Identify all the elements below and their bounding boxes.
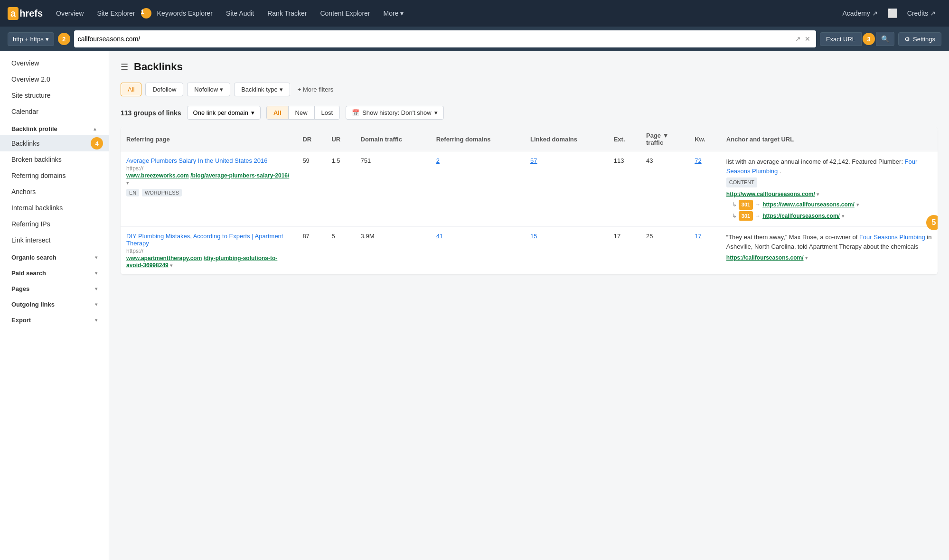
th-page-traffic[interactable]: Page ▼ traffic (640, 127, 689, 151)
row2-linked-domains-link[interactable]: 15 (530, 233, 537, 240)
row2-target-url-link[interactable]: https://callfourseasons.com/ (726, 254, 804, 261)
row2-kw-link[interactable]: 17 (695, 233, 701, 240)
nav-dashboard[interactable]: Overview (50, 6, 89, 21)
sidebar-section-pages[interactable]: Pages ▾ (0, 280, 109, 295)
sidebar-item-overview2[interactable]: Overview 2.0 (0, 71, 109, 87)
calendar-icon: 📅 (352, 109, 359, 116)
th-kw[interactable]: Kw. (689, 127, 721, 151)
th-domain-traffic[interactable]: Domain traffic (355, 127, 431, 151)
sidebar-item-anchors[interactable]: Anchors (0, 184, 109, 200)
filter-backlink-type-button[interactable]: Backlink type ▾ (234, 83, 290, 96)
sidebar-section-export[interactable]: Export ▾ (0, 311, 109, 327)
th-referring-page[interactable]: Referring page (121, 127, 297, 151)
nav-content-explorer[interactable]: Content Explorer (314, 6, 376, 21)
row2-domain-link[interactable]: www.apartmenttherapy.com (126, 255, 202, 261)
external-link-icon[interactable]: ↗ (793, 33, 803, 45)
row2-dropdown-icon[interactable]: ▾ (170, 262, 173, 268)
url-input[interactable] (78, 35, 793, 43)
clear-url-icon[interactable]: ✕ (803, 33, 812, 45)
row1-redirect1-code: 301 (739, 200, 753, 210)
th-dr[interactable]: DR (297, 127, 326, 151)
row1-target-dropdown-icon[interactable]: ▾ (817, 191, 819, 197)
row1-anchor-cell: list with an average annual income of 42… (721, 151, 938, 227)
export-chevron-icon: ▾ (95, 317, 97, 323)
row1-referring-page: Average Plumbers Salary In the United St… (121, 151, 297, 227)
th-ext[interactable]: Ext. (608, 127, 640, 151)
sidebar-section-outgoing-links[interactable]: Outgoing links ▾ (0, 295, 109, 311)
sidebar-item-site-structure[interactable]: Site structure (0, 87, 109, 103)
row1-redirect2-code: 301 (739, 211, 753, 221)
row1-kw: 72 (689, 151, 721, 227)
filter-all-button[interactable]: All (121, 83, 141, 96)
nav-keywords-explorer[interactable]: Keywords Explorer (151, 6, 219, 21)
filter-bar: All Dofollow Nofollow ▾ Backlink type ▾ … (121, 83, 938, 96)
row2-page-traffic: 25 (640, 227, 689, 275)
settings-button[interactable]: ⚙ Settings (898, 32, 941, 46)
main-content: ☰ Backlinks All Dofollow Nofollow ▾ Back… (109, 51, 949, 560)
one-link-per-domain-select[interactable]: One link per domain ▾ (187, 106, 261, 120)
row1-dropdown-icon[interactable]: ▾ (126, 180, 129, 186)
sidebar-item-calendar[interactable]: Calendar (0, 103, 109, 120)
callout-badge-3: 3 (863, 33, 875, 45)
row2-anchor-cell: “They eat them away,” Max Rose, a co-own… (721, 227, 938, 275)
nav-right: Academy ↗ ⬜ Credits ↗ (837, 6, 941, 21)
paid-search-chevron-icon: ▾ (95, 271, 97, 276)
row2-page-title-link[interactable]: DIY Plumbing Mistakes, According to Expe… (126, 233, 283, 247)
show-history-button[interactable]: 📅 Show history: Don't show ▾ (346, 106, 444, 120)
tab-new[interactable]: New (289, 106, 315, 119)
nav-rank-tracker[interactable]: Rank Tracker (262, 6, 312, 21)
row1-target-url-link[interactable]: http://www.callfourseasons.com/ (726, 191, 815, 197)
top-nav: a hrefs Overview Site Explorer 1 Keyword… (0, 0, 949, 27)
th-anchor-target-url[interactable]: Anchor and target URL (721, 127, 938, 151)
row1-page-title-link[interactable]: Average Plumbers Salary In the United St… (126, 157, 268, 164)
row2-referring-domains-link[interactable]: 41 (436, 233, 443, 240)
sidebar-item-backlinks[interactable]: Backlinks 4 (0, 135, 109, 151)
tab-lost[interactable]: Lost (315, 106, 340, 119)
sidebar-section-organic-search[interactable]: Organic search ▾ (0, 248, 109, 264)
row1-domain-link[interactable]: www.breezeworks.com (126, 172, 189, 179)
row1-redirect2-url-link[interactable]: https://callfourseasons.com/ (762, 212, 840, 220)
page-header: ☰ Backlinks (121, 61, 938, 73)
protocol-chevron-icon: ▾ (46, 36, 49, 43)
protocol-select[interactable]: http + https ▾ (8, 32, 54, 46)
nav-site-explorer[interactable]: Site Explorer (91, 6, 141, 21)
sidebar-item-internal-backlinks[interactable]: Internal backlinks (0, 200, 109, 216)
hamburger-icon[interactable]: ☰ (121, 62, 128, 72)
th-referring-domains[interactable]: Referring domains (431, 127, 525, 151)
row2-domain-traffic: 3.9M (355, 227, 431, 275)
nav-site-audit[interactable]: Site Audit (220, 6, 260, 21)
tab-all[interactable]: All (267, 106, 289, 119)
sidebar-section-backlink-profile[interactable]: Backlink profile ▲ (0, 120, 109, 135)
nav-credits[interactable]: Credits ↗ (902, 6, 941, 21)
row1-referring-domains-link[interactable]: 2 (436, 157, 440, 164)
row1-path-link[interactable]: /blog/average-plumbers-salary-2016/ (190, 172, 289, 179)
row1-ur: 1.5 (326, 151, 355, 227)
row2-ur: 5 (326, 227, 355, 275)
logo[interactable]: a hrefs (8, 7, 43, 20)
row1-redirect1-dropdown[interactable]: ▾ (856, 201, 859, 209)
th-ur[interactable]: UR (326, 127, 355, 151)
sidebar-item-overview[interactable]: Overview (0, 55, 109, 71)
th-linked-domains[interactable]: Linked domains (525, 127, 608, 151)
row1-redirect2-dropdown[interactable]: ▾ (842, 212, 845, 220)
row1-referring-domains: 2 (431, 151, 525, 227)
sidebar-section-paid-search[interactable]: Paid search ▾ (0, 264, 109, 280)
row2-anchor-link[interactable]: Four Seasons Plumbing (859, 233, 925, 241)
sidebar-item-referring-ips[interactable]: Referring IPs (0, 216, 109, 232)
row1-linked-domains-link[interactable]: 57 (530, 157, 537, 164)
row1-redirect1-url-link[interactable]: https://www.callfourseasons.com/ (762, 200, 855, 209)
exact-url-button[interactable]: Exact URL (820, 32, 862, 46)
nav-academy[interactable]: Academy ↗ (837, 6, 883, 21)
filter-nofollow-button[interactable]: Nofollow ▾ (187, 83, 230, 96)
row2-target-dropdown-icon[interactable]: ▾ (805, 255, 808, 261)
url-input-wrap: ↗ ✕ (74, 30, 816, 47)
row1-kw-link[interactable]: 72 (695, 157, 701, 164)
nav-more[interactable]: More ▾ (378, 6, 410, 21)
redirect2-arrow: → (755, 212, 761, 220)
search-button[interactable]: 🔍 (876, 32, 894, 46)
sidebar-item-referring-domains[interactable]: Referring domains (0, 168, 109, 184)
sidebar-item-broken-backlinks[interactable]: Broken backlinks (0, 151, 109, 168)
sidebar-item-link-intersect[interactable]: Link intersect (0, 232, 109, 248)
filter-dofollow-button[interactable]: Dofollow (145, 83, 183, 96)
more-filters-button[interactable]: + More filters (294, 83, 338, 96)
